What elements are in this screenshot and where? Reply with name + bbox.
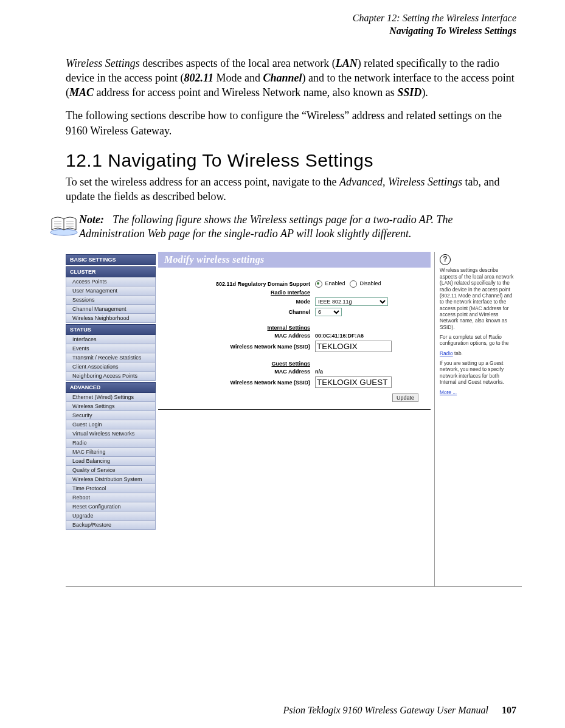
nav-client-associations[interactable]: Client Associations <box>66 362 156 372</box>
mode-select[interactable]: IEEE 802.11g <box>315 297 388 306</box>
nav-load-balancing[interactable]: Load Balancing <box>66 457 156 466</box>
section-heading: 12.1 Navigating To Wireless Settings <box>66 150 516 171</box>
channel-label: Channel <box>164 309 315 315</box>
page-number: 107 <box>502 705 516 715</box>
help-text-3: If you are setting up a Guest network, y… <box>440 360 516 385</box>
nav-access-points[interactable]: Access Points <box>66 277 156 286</box>
update-button[interactable]: Update <box>392 393 418 402</box>
note-label: Note: <box>79 213 104 226</box>
ssid-label-internal: Wireless Network Name (SSID) <box>164 344 315 350</box>
nav-backup-restore[interactable]: Backup/Restore <box>66 521 156 530</box>
help-icon: ? <box>440 254 451 265</box>
nav-user-management[interactable]: User Management <box>66 286 156 296</box>
ssid-input-guest[interactable] <box>315 376 392 388</box>
mac-value-guest: n/a <box>315 369 323 375</box>
nav-status[interactable]: STATUS <box>66 324 156 335</box>
admin-screenshot: BASIC SETTINGS CLUSTER Access Points Use… <box>66 252 522 587</box>
reg-enabled-label: Enabled <box>325 281 345 287</box>
nav-sessions[interactable]: Sessions <box>66 296 156 305</box>
help-text-1: Wireless settings describe aspects of th… <box>440 267 516 330</box>
nav-basic-settings[interactable]: BASIC SETTINGS <box>66 254 156 265</box>
paragraph-1: Wireless Settings describes aspects of t… <box>66 56 516 100</box>
nav-interfaces[interactable]: Interfaces <box>66 335 156 344</box>
ssid-input-internal[interactable] <box>315 341 392 352</box>
reg-disabled-label: Disabled <box>360 281 381 287</box>
nav-reset-config[interactable]: Reset Configuration <box>66 502 156 511</box>
reg-enabled-radio[interactable] <box>315 280 322 288</box>
panel-title: Modify wireless settings <box>158 252 431 268</box>
nav-channel-management[interactable]: Channel Management <box>66 305 156 314</box>
footer-text: Psion Teklogix 9160 Wireless Gateway Use… <box>283 705 488 715</box>
nav-mac-filtering[interactable]: MAC Filtering <box>66 448 156 457</box>
nav-tx-rx-stats[interactable]: Transmit / Receive Statistics <box>66 353 156 362</box>
mac-label-internal: MAC Address <box>164 333 315 339</box>
more-link[interactable]: More ... <box>440 389 457 395</box>
nav-cluster[interactable]: CLUSTER <box>66 266 156 277</box>
nav-guest-login[interactable]: Guest Login <box>66 420 156 429</box>
channel-select[interactable]: 6 <box>315 308 342 316</box>
nav-upgrade[interactable]: Upgrade <box>66 511 156 521</box>
nav-security[interactable]: Security <box>66 411 156 420</box>
help-text-2: For a complete set of Radio configuratio… <box>440 334 516 356</box>
nav-qos[interactable]: Quality of Service <box>66 466 156 475</box>
nav-neighboring-aps[interactable]: Neighboring Access Points <box>66 372 156 381</box>
reg-domain-label: 802.11d Regulatory Domain Support <box>164 281 315 287</box>
nav-radio[interactable]: Radio <box>66 439 156 448</box>
internal-heading: Internal Settings <box>164 325 315 331</box>
nav-ethernet-settings[interactable]: Ethernet (Wired) Settings <box>66 393 156 402</box>
book-icon <box>49 214 79 236</box>
page-header: Chapter 12: Setting the Wireless Interfa… <box>49 12 516 38</box>
page-footer: Psion Teklogix 9160 Wireless Gateway Use… <box>283 705 516 716</box>
radio-link[interactable]: Radio <box>440 350 453 356</box>
note-block: Note:The following figure shows the Wire… <box>49 213 516 241</box>
mode-label: Mode <box>164 299 315 305</box>
nav-wds[interactable]: Wireless Distribution System <box>66 475 156 484</box>
nav-wireless-settings[interactable]: Wireless Settings <box>66 402 156 411</box>
ssid-label-guest: Wireless Network Name (SSID) <box>164 380 315 386</box>
nav-advanced[interactable]: ADVANCED <box>66 382 156 393</box>
guest-heading: Guest Settings <box>164 361 315 367</box>
mac-value-internal: 00:0C:41:16:DF:A6 <box>315 333 364 339</box>
nav-reboot[interactable]: Reboot <box>66 493 156 502</box>
section-line: Navigating To Wireless Settings <box>49 25 516 38</box>
nav-wireless-neighborhood[interactable]: Wireless Neighborhood <box>66 314 156 323</box>
nav-sidebar: BASIC SETTINGS CLUSTER Access Points Use… <box>66 252 156 586</box>
paragraph-2: The following sections describe how to c… <box>66 108 516 138</box>
radio-interface-heading: Radio Interface <box>164 289 315 296</box>
nav-virtual-wireless[interactable]: Virtual Wireless Networks <box>66 429 156 439</box>
mac-label-guest: MAC Address <box>164 369 315 375</box>
note-text: The following figure shows the Wireless … <box>79 213 453 240</box>
help-panel: ? Wireless settings describe aspects of … <box>434 252 519 586</box>
chapter-line: Chapter 12: Setting the Wireless Interfa… <box>49 12 516 25</box>
nav-events[interactable]: Events <box>66 344 156 353</box>
nav-time-protocol[interactable]: Time Protocol <box>66 484 156 493</box>
paragraph-3: To set the wireless address for an acces… <box>66 175 516 204</box>
reg-disabled-radio[interactable] <box>350 280 357 288</box>
